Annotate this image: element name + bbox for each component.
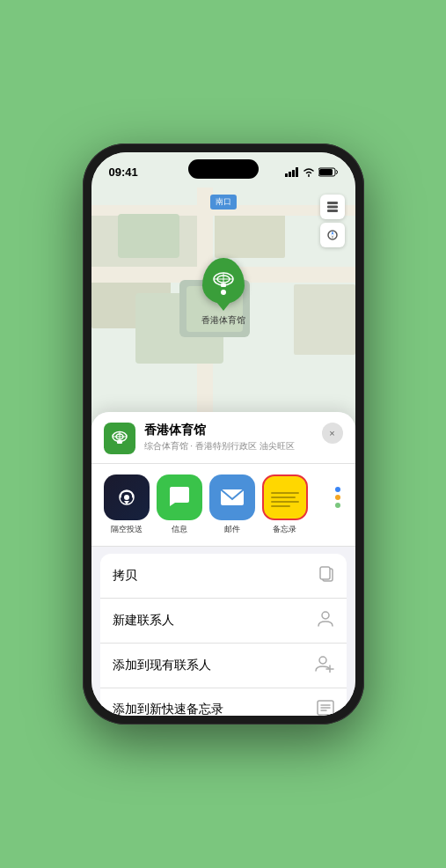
svg-rect-21 bbox=[117, 440, 122, 444]
svg-rect-5 bbox=[319, 169, 333, 175]
phone-screen: 09:41 bbox=[91, 152, 355, 716]
map-controls bbox=[320, 195, 345, 251]
svg-rect-12 bbox=[327, 206, 338, 209]
messages-label: 信息 bbox=[172, 524, 187, 535]
share-item-messages[interactable]: 信息 bbox=[157, 474, 202, 535]
location-button[interactable] bbox=[320, 223, 345, 247]
action-add-contact-label: 添加到现有联系人 bbox=[113, 658, 211, 673]
marker-pin bbox=[202, 258, 245, 304]
layers-icon bbox=[325, 200, 340, 214]
share-item-mail[interactable]: 邮件 bbox=[209, 474, 255, 535]
location-icon bbox=[104, 423, 135, 454]
venue-icon bbox=[110, 429, 129, 448]
map-marker: 香港体育馆 bbox=[201, 258, 245, 327]
notes-label: 备忘录 bbox=[273, 524, 296, 535]
bottom-sheet: 香港体育馆 综合体育馆 · 香港特别行政区 油尖旺区 × bbox=[91, 412, 355, 716]
copy-symbol bbox=[318, 565, 334, 583]
status-time: 09:41 bbox=[109, 166, 138, 179]
notes-icon bbox=[262, 474, 308, 520]
action-quick-note[interactable]: 添加到新快速备忘录 bbox=[100, 688, 347, 716]
location-name: 香港体育馆 bbox=[144, 423, 313, 438]
action-add-contact[interactable]: 添加到现有联系人 bbox=[100, 644, 347, 688]
svg-point-23 bbox=[124, 495, 129, 500]
marker-label: 香港体育馆 bbox=[201, 314, 245, 327]
svg-rect-10 bbox=[221, 283, 226, 287]
action-new-contact-label: 新建联系人 bbox=[113, 613, 174, 629]
action-list: 拷贝 新建联系人 bbox=[100, 554, 347, 716]
action-copy-label: 拷贝 bbox=[113, 568, 137, 584]
airdrop-label: 隔空投送 bbox=[111, 524, 143, 535]
dot-green bbox=[335, 503, 340, 508]
dot-orange bbox=[335, 495, 340, 500]
messages-icon bbox=[157, 474, 202, 520]
close-button[interactable]: × bbox=[322, 423, 343, 444]
svg-rect-13 bbox=[327, 210, 338, 212]
wifi-icon bbox=[303, 167, 315, 177]
note-symbol bbox=[317, 700, 334, 716]
svg-rect-2 bbox=[292, 170, 295, 177]
svg-point-27 bbox=[322, 612, 329, 619]
share-item-notes[interactable]: 备忘录 bbox=[262, 474, 308, 535]
new-contact-icon bbox=[317, 610, 334, 631]
map-layers-button[interactable] bbox=[320, 195, 345, 219]
mail-label: 邮件 bbox=[224, 524, 240, 535]
signal-icon bbox=[285, 167, 299, 177]
map-label: 南口 bbox=[210, 195, 237, 210]
svg-rect-1 bbox=[289, 172, 291, 177]
quick-note-icon bbox=[317, 700, 334, 716]
svg-rect-0 bbox=[285, 173, 288, 177]
dot-blue bbox=[335, 487, 340, 492]
action-new-contact[interactable]: 新建联系人 bbox=[100, 599, 347, 644]
action-copy[interactable]: 拷贝 bbox=[100, 554, 347, 599]
contact-symbol bbox=[317, 610, 334, 628]
notes-lines bbox=[266, 485, 304, 511]
stadium-icon bbox=[212, 271, 235, 291]
mail-symbol bbox=[219, 487, 245, 508]
map-area: 南口 香港体育馆 bbox=[91, 152, 355, 452]
phone-frame: 09:41 bbox=[83, 143, 364, 725]
svg-point-28 bbox=[319, 657, 326, 664]
mail-icon bbox=[209, 474, 255, 520]
action-quick-note-label: 添加到新快速备忘录 bbox=[113, 702, 223, 716]
svg-rect-26 bbox=[320, 567, 330, 579]
share-item-airdrop[interactable]: 隔空投送 bbox=[104, 474, 150, 535]
battery-icon bbox=[318, 167, 338, 177]
messages-symbol bbox=[166, 485, 193, 510]
copy-icon bbox=[318, 565, 334, 586]
svg-rect-11 bbox=[327, 202, 338, 204]
svg-rect-3 bbox=[296, 167, 298, 177]
compass-icon bbox=[326, 229, 339, 241]
airdrop-symbol bbox=[114, 485, 139, 510]
map-background: 南口 香港体育馆 bbox=[91, 152, 355, 452]
share-row: 隔空投送 信息 bbox=[91, 464, 355, 547]
dynamic-island bbox=[188, 159, 259, 179]
location-description: 综合体育馆 · 香港特别行政区 油尖旺区 bbox=[144, 440, 313, 452]
share-item-more[interactable] bbox=[315, 474, 355, 520]
location-info: 香港体育馆 综合体育馆 · 香港特别行政区 油尖旺区 bbox=[144, 423, 313, 452]
airdrop-icon bbox=[104, 474, 150, 520]
location-header: 香港体育馆 综合体育馆 · 香港特别行政区 油尖旺区 × bbox=[91, 412, 355, 464]
add-contact-symbol bbox=[315, 655, 334, 673]
status-icons bbox=[285, 167, 338, 177]
add-contact-icon bbox=[315, 655, 334, 676]
more-icon bbox=[315, 474, 355, 520]
